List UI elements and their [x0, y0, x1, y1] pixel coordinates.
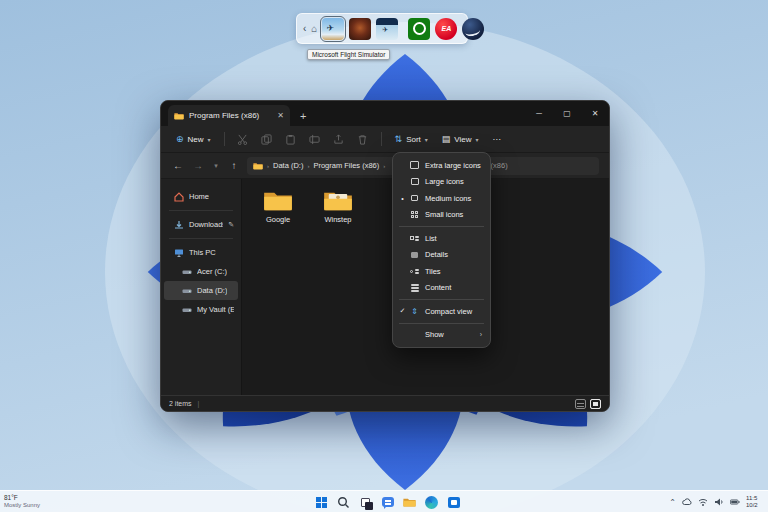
paste-button[interactable] [281, 130, 301, 148]
minimize-button[interactable]: ─ [525, 101, 553, 126]
sidebar-item-home[interactable]: Home [164, 187, 238, 206]
folder-icon [403, 496, 416, 509]
status-divider: | [198, 400, 200, 407]
toolbar-divider [381, 132, 382, 146]
delete-button[interactable] [353, 130, 373, 148]
xbox-orb-icon [413, 22, 426, 35]
view-button[interactable]: ▤ View ▾ [437, 132, 484, 147]
sort-button[interactable]: ⇅ Sort ▾ [390, 132, 433, 147]
status-bar: 2 items | [161, 395, 609, 411]
speaker-icon[interactable] [714, 497, 724, 507]
cut-button[interactable] [233, 130, 253, 148]
menu-item-show[interactable]: Show › [393, 327, 490, 344]
menu-item-extra-large-icons[interactable]: Extra large icons [393, 157, 490, 174]
command-bar: ⊕ New ▾ ⇅ Sort ▾ ▤ View ▾ ⋯ [161, 126, 609, 153]
ea-letters: EA [442, 25, 452, 32]
sidebar-item-data-d[interactable]: Data (D:) [164, 281, 238, 300]
sidebar-item-this-pc[interactable]: This PC [164, 243, 238, 262]
new-plus-icon: ⊕ [176, 135, 184, 144]
menu-item-compact-view[interactable]: ✓ ⇕ Compact view [393, 303, 490, 320]
share-button[interactable] [329, 130, 349, 148]
game-art-icon[interactable] [349, 18, 371, 40]
ea-icon[interactable]: EA [435, 18, 457, 40]
navigation-pane: Home Downloads ✎ This PC Acer (C:) Data … [161, 179, 242, 395]
toolbar-divider [224, 132, 225, 146]
menu-divider [399, 299, 484, 300]
menu-item-details[interactable]: Details [393, 247, 490, 264]
back-button[interactable]: ← [171, 160, 185, 171]
tab-close-icon[interactable]: ✕ [277, 111, 284, 120]
menu-item-large-icons[interactable]: Large icons [393, 174, 490, 191]
small-icons-icon [408, 211, 421, 218]
view-toggles [575, 399, 601, 409]
large-icons-view-toggle-icon[interactable] [590, 399, 601, 409]
menu-item-content[interactable]: Content [393, 280, 490, 297]
battery-icon[interactable] [730, 497, 740, 507]
details-view-toggle-icon[interactable] [575, 399, 586, 409]
search-button[interactable] [336, 495, 351, 510]
clock[interactable]: 11:5 10/2 [746, 495, 768, 508]
drive-icon [182, 286, 192, 296]
menu-item-list[interactable]: List [393, 230, 490, 247]
forward-button[interactable]: → [191, 160, 205, 171]
store-button[interactable] [446, 495, 461, 510]
chat-button[interactable] [380, 495, 395, 510]
extra-large-icons-icon [408, 161, 421, 169]
breadcrumb-current[interactable]: Program Files (x86) [313, 161, 379, 170]
maximize-button[interactable]: ▢ [553, 101, 581, 126]
new-button[interactable]: ⊕ New ▾ [171, 132, 216, 147]
selected-radio-bullet-icon: • [397, 195, 408, 202]
weather-temp: 81°F [4, 494, 40, 501]
desktop: { "dock": { "tooltip": "Microsoft Flight… [0, 0, 768, 512]
view-dropdown-menu: Extra large icons Large icons • Medium i… [392, 152, 491, 348]
rename-button[interactable] [305, 130, 325, 148]
dock-collapse-chevron-icon[interactable]: ‹ [303, 24, 306, 34]
folder-icon [263, 189, 293, 213]
file-explorer-button[interactable] [402, 495, 417, 510]
wifi-icon[interactable] [698, 497, 708, 507]
chevron-down-icon: ▾ [476, 136, 479, 143]
folder-google[interactable]: Google [256, 189, 300, 224]
sidebar-item-downloads[interactable]: Downloads ✎ [164, 215, 238, 234]
menu-item-small-icons[interactable]: Small icons [393, 207, 490, 224]
clock-date: 10/2 [746, 502, 768, 509]
tab-program-files[interactable]: Program Files (x86) ✕ [168, 105, 290, 126]
breadcrumb-chevron-icon: › [267, 163, 269, 169]
breadcrumb-chevron-icon: › [307, 163, 309, 169]
recent-locations-chevron-icon[interactable]: ▾ [211, 162, 221, 170]
medium-icons-icon [408, 195, 421, 201]
sidebar-item-acer-c[interactable]: Acer (C:) [164, 262, 238, 281]
taskbar-center-icons [314, 491, 461, 512]
microsoft-flight-simulator-icon[interactable]: ✈ [322, 18, 344, 40]
file-name: Winstep [324, 215, 351, 224]
start-button[interactable] [314, 495, 329, 510]
file-explorer-window: Program Files (x86) ✕ + ─ ▢ ✕ ⊕ New ▾ ⇅ … [160, 100, 610, 412]
xbox-icon[interactable] [408, 18, 430, 40]
view-grid-icon: ▤ [442, 135, 451, 144]
edge-button[interactable] [424, 495, 439, 510]
dock-home-icon[interactable]: ⌂ [311, 24, 317, 34]
breadcrumb[interactable]: › Data (D:) › Program Files (x86) › ▾ [247, 157, 403, 175]
copy-button[interactable] [257, 130, 277, 148]
up-button[interactable]: ↑ [227, 160, 241, 171]
dock-tooltip: Microsoft Flight Simulator [307, 49, 390, 60]
breadcrumb-root[interactable]: Data (D:) [273, 161, 303, 170]
task-view-button[interactable] [358, 495, 373, 510]
menu-divider [399, 226, 484, 227]
menu-item-medium-icons[interactable]: • Medium icons [393, 190, 490, 207]
chevron-down-icon: ▾ [208, 136, 211, 143]
sidebar-item-my-vault-e[interactable]: My Vault (E:) [164, 300, 238, 319]
weather-widget[interactable]: 81°F Mostly Sunny [0, 494, 40, 508]
folder-winstep[interactable]: Winstep [316, 189, 360, 224]
steam-icon[interactable] [462, 18, 484, 40]
menu-item-tiles[interactable]: Tiles [393, 263, 490, 280]
flight-sim-deluxe-icon[interactable]: ✈ [376, 18, 398, 40]
new-tab-button[interactable]: + [300, 110, 306, 122]
submenu-chevron-icon: › [480, 331, 482, 338]
more-options-button[interactable]: ⋯ [488, 132, 506, 147]
tray-chevron-up-icon[interactable]: ⌃ [669, 498, 676, 507]
pin-icon: ✎ [228, 221, 234, 229]
onedrive-cloud-icon[interactable] [682, 497, 692, 507]
close-button[interactable]: ✕ [581, 101, 609, 126]
drive-icon [182, 267, 192, 277]
